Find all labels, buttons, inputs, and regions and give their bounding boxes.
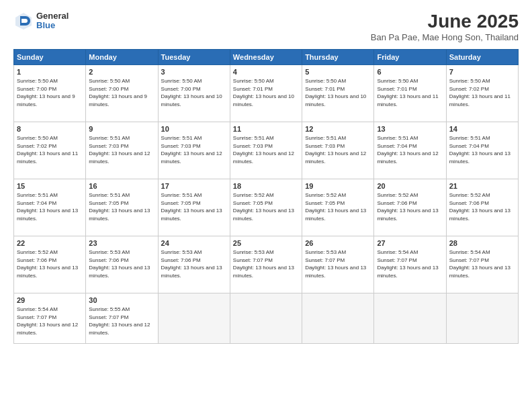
day-number: 13 xyxy=(377,125,443,133)
table-row xyxy=(446,293,518,344)
table-row: 14 Sunrise: 5:51 AMSunset: 7:04 PMDaylig… xyxy=(446,122,518,179)
day-number: 6 xyxy=(377,68,443,76)
day-number: 14 xyxy=(449,125,515,133)
day-number: 22 xyxy=(17,239,83,247)
day-info: Sunrise: 5:51 AMSunset: 7:04 PMDaylight:… xyxy=(377,134,443,165)
table-row xyxy=(374,293,446,344)
calendar: Sunday Monday Tuesday Wednesday Thursday… xyxy=(13,49,519,344)
table-row: 29 Sunrise: 5:54 AMSunset: 7:07 PMDaylig… xyxy=(14,293,86,344)
day-info: Sunrise: 5:50 AMSunset: 7:02 PMDaylight:… xyxy=(449,77,515,108)
table-row: 7 Sunrise: 5:50 AMSunset: 7:02 PMDayligh… xyxy=(446,65,518,122)
day-number: 17 xyxy=(161,182,227,190)
table-row: 23 Sunrise: 5:53 AMSunset: 7:06 PMDaylig… xyxy=(86,236,158,293)
day-number: 18 xyxy=(233,182,299,190)
table-row: 28 Sunrise: 5:54 AMSunset: 7:07 PMDaylig… xyxy=(446,236,518,293)
table-row xyxy=(230,293,302,344)
day-info: Sunrise: 5:50 AMSunset: 7:01 PMDaylight:… xyxy=(233,77,299,108)
calendar-week-row: 8 Sunrise: 5:50 AMSunset: 7:02 PMDayligh… xyxy=(14,122,519,179)
header: General Blue June 2025 Ban Pa Pae, Mae H… xyxy=(13,11,519,42)
main-title: June 2025 xyxy=(371,11,519,32)
day-info: Sunrise: 5:50 AMSunset: 7:00 PMDaylight:… xyxy=(89,77,154,108)
day-info: Sunrise: 5:50 AMSunset: 7:01 PMDaylight:… xyxy=(305,77,371,108)
day-number: 12 xyxy=(305,125,371,133)
page: General Blue June 2025 Ban Pa Pae, Mae H… xyxy=(0,0,532,411)
logo-blue-text: Blue xyxy=(36,21,69,30)
day-info: Sunrise: 5:52 AMSunset: 7:05 PMDaylight:… xyxy=(305,191,371,222)
day-info: Sunrise: 5:51 AMSunset: 7:03 PMDaylight:… xyxy=(89,134,154,165)
day-info: Sunrise: 5:53 AMSunset: 7:07 PMDaylight:… xyxy=(233,248,299,279)
calendar-week-row: 15 Sunrise: 5:51 AMSunset: 7:04 PMDaylig… xyxy=(14,179,519,236)
table-row: 12 Sunrise: 5:51 AMSunset: 7:03 PMDaylig… xyxy=(302,122,374,179)
col-wednesday: Wednesday xyxy=(230,50,302,65)
day-number: 30 xyxy=(89,296,154,304)
day-number: 3 xyxy=(161,68,227,76)
table-row: 24 Sunrise: 5:53 AMSunset: 7:06 PMDaylig… xyxy=(158,236,230,293)
day-info: Sunrise: 5:51 AMSunset: 7:05 PMDaylight:… xyxy=(89,191,154,222)
day-info: Sunrise: 5:52 AMSunset: 7:06 PMDaylight:… xyxy=(17,248,83,279)
table-row: 22 Sunrise: 5:52 AMSunset: 7:06 PMDaylig… xyxy=(14,236,86,293)
day-info: Sunrise: 5:54 AMSunset: 7:07 PMDaylight:… xyxy=(449,248,515,279)
day-number: 25 xyxy=(233,239,299,247)
day-info: Sunrise: 5:55 AMSunset: 7:07 PMDaylight:… xyxy=(89,306,154,336)
day-number: 29 xyxy=(17,296,83,304)
table-row: 1 Sunrise: 5:50 AMSunset: 7:00 PMDayligh… xyxy=(14,65,86,122)
day-info: Sunrise: 5:54 AMSunset: 7:07 PMDaylight:… xyxy=(17,306,83,336)
table-row: 4 Sunrise: 5:50 AMSunset: 7:01 PMDayligh… xyxy=(230,65,302,122)
day-info: Sunrise: 5:51 AMSunset: 7:03 PMDaylight:… xyxy=(161,134,227,165)
day-info: Sunrise: 5:54 AMSunset: 7:07 PMDaylight:… xyxy=(377,248,443,279)
day-info: Sunrise: 5:51 AMSunset: 7:04 PMDaylight:… xyxy=(449,134,515,165)
calendar-week-row: 22 Sunrise: 5:52 AMSunset: 7:06 PMDaylig… xyxy=(14,236,519,293)
table-row: 26 Sunrise: 5:53 AMSunset: 7:07 PMDaylig… xyxy=(302,236,374,293)
day-info: Sunrise: 5:51 AMSunset: 7:04 PMDaylight:… xyxy=(17,191,83,222)
day-info: Sunrise: 5:53 AMSunset: 7:06 PMDaylight:… xyxy=(161,248,227,279)
logo: General Blue xyxy=(13,11,69,31)
day-number: 15 xyxy=(17,182,83,190)
table-row: 15 Sunrise: 5:51 AMSunset: 7:04 PMDaylig… xyxy=(14,179,86,236)
table-row: 19 Sunrise: 5:52 AMSunset: 7:05 PMDaylig… xyxy=(302,179,374,236)
table-row: 9 Sunrise: 5:51 AMSunset: 7:03 PMDayligh… xyxy=(86,122,158,179)
day-number: 1 xyxy=(17,68,83,76)
day-number: 4 xyxy=(233,68,299,76)
day-info: Sunrise: 5:50 AMSunset: 7:02 PMDaylight:… xyxy=(17,134,83,165)
table-row: 8 Sunrise: 5:50 AMSunset: 7:02 PMDayligh… xyxy=(14,122,86,179)
day-info: Sunrise: 5:51 AMSunset: 7:03 PMDaylight:… xyxy=(305,134,371,165)
col-thursday: Thursday xyxy=(302,50,374,65)
title-block: June 2025 Ban Pa Pae, Mae Hong Son, Thai… xyxy=(371,11,519,42)
table-row: 20 Sunrise: 5:52 AMSunset: 7:06 PMDaylig… xyxy=(374,179,446,236)
day-number: 16 xyxy=(89,182,154,190)
day-info: Sunrise: 5:53 AMSunset: 7:07 PMDaylight:… xyxy=(305,248,371,279)
table-row: 3 Sunrise: 5:50 AMSunset: 7:00 PMDayligh… xyxy=(158,65,230,122)
table-row: 25 Sunrise: 5:53 AMSunset: 7:07 PMDaylig… xyxy=(230,236,302,293)
day-number: 28 xyxy=(449,239,515,247)
day-info: Sunrise: 5:51 AMSunset: 7:03 PMDaylight:… xyxy=(233,134,299,165)
logo-general-text: General xyxy=(36,11,69,21)
day-info: Sunrise: 5:52 AMSunset: 7:05 PMDaylight:… xyxy=(233,191,299,222)
day-info: Sunrise: 5:51 AMSunset: 7:05 PMDaylight:… xyxy=(161,191,227,222)
day-number: 10 xyxy=(161,125,227,133)
table-row: 16 Sunrise: 5:51 AMSunset: 7:05 PMDaylig… xyxy=(86,179,158,236)
col-monday: Monday xyxy=(86,50,158,65)
day-info: Sunrise: 5:52 AMSunset: 7:06 PMDaylight:… xyxy=(377,191,443,222)
table-row: 10 Sunrise: 5:51 AMSunset: 7:03 PMDaylig… xyxy=(158,122,230,179)
table-row xyxy=(158,293,230,344)
calendar-header-row: Sunday Monday Tuesday Wednesday Thursday… xyxy=(14,50,519,65)
col-saturday: Saturday xyxy=(446,50,518,65)
logo-text: General Blue xyxy=(36,11,69,31)
subtitle: Ban Pa Pae, Mae Hong Son, Thailand xyxy=(371,32,519,42)
day-number: 9 xyxy=(89,125,154,133)
day-number: 20 xyxy=(377,182,443,190)
table-row: 5 Sunrise: 5:50 AMSunset: 7:01 PMDayligh… xyxy=(302,65,374,122)
calendar-week-row: 1 Sunrise: 5:50 AMSunset: 7:00 PMDayligh… xyxy=(14,65,519,122)
day-number: 7 xyxy=(449,68,515,76)
day-number: 21 xyxy=(449,182,515,190)
day-number: 26 xyxy=(305,239,371,247)
table-row: 17 Sunrise: 5:51 AMSunset: 7:05 PMDaylig… xyxy=(158,179,230,236)
logo-icon xyxy=(13,11,34,31)
day-number: 8 xyxy=(17,125,83,133)
day-number: 11 xyxy=(233,125,299,133)
day-number: 23 xyxy=(89,239,154,247)
calendar-week-row: 29 Sunrise: 5:54 AMSunset: 7:07 PMDaylig… xyxy=(14,293,519,344)
table-row: 27 Sunrise: 5:54 AMSunset: 7:07 PMDaylig… xyxy=(374,236,446,293)
table-row: 13 Sunrise: 5:51 AMSunset: 7:04 PMDaylig… xyxy=(374,122,446,179)
col-tuesday: Tuesday xyxy=(158,50,230,65)
